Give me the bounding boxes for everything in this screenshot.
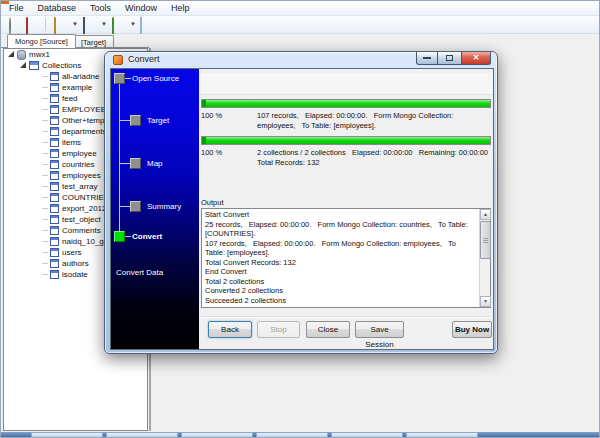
collection-table-icon [50, 138, 59, 147]
step-label-summary[interactable]: Summary [147, 202, 181, 211]
wizard-connector-line [120, 120, 130, 121]
tree-connector [42, 274, 48, 275]
taskbar-button[interactable] [331, 432, 403, 438]
collection-table-icon [50, 226, 59, 235]
tree-node-label: Collections [42, 60, 81, 71]
collection-table-icon [50, 94, 59, 103]
collections-folder-icon [29, 61, 39, 70]
button-separator [201, 316, 491, 318]
output-log-text: Start Convert 25 records, Elapsed: 00:00… [205, 210, 477, 306]
tree-connector [42, 142, 48, 143]
chevron-down-icon[interactable]: ▼ [130, 18, 136, 31]
taskbar-button[interactable] [406, 432, 478, 438]
step-marker-convert-active [114, 231, 125, 242]
collection-table-icon [50, 270, 59, 279]
buy-now-button[interactable]: Buy Now [452, 321, 492, 338]
menu-bar: File Database Tools Window Help [1, 1, 600, 16]
save-session-button[interactable]: Save Session [355, 321, 404, 338]
toolbar: ▼ ▼ ▼ [1, 16, 600, 34]
tree-leaf-label: employees [62, 170, 101, 181]
wizard-connector-line [119, 84, 120, 232]
tree-leaf-label: test_object [62, 214, 101, 225]
disconnect-icon[interactable] [24, 18, 38, 31]
close-icon[interactable]: ✕ [461, 52, 491, 65]
tree-leaf-label: isodate [62, 269, 88, 280]
maximize-button[interactable] [438, 52, 461, 65]
close-button[interactable]: Close [306, 321, 350, 338]
expander-icon[interactable] [20, 62, 26, 68]
collection-table-icon [50, 116, 59, 125]
scroll-up-icon[interactable]: ▲ [480, 209, 491, 220]
wizard-connector-line [120, 206, 130, 207]
connect-icon[interactable] [6, 18, 20, 31]
step-label-open-source[interactable]: Open Source [132, 74, 179, 83]
taskbar-button[interactable] [106, 432, 178, 438]
output-log[interactable]: Start Convert 25 records, Elapsed: 00:00… [201, 208, 491, 308]
tree-leaf-label: items [62, 137, 81, 148]
tree-connector [42, 98, 48, 99]
tree-leaf-label: Comments [62, 225, 101, 236]
tab-mongo-source[interactable]: Mongo [Source] [7, 34, 76, 48]
tree-leaf-label: all-ariadne [62, 71, 99, 82]
tree-connector [42, 164, 48, 165]
tree-leaf-label: authors [62, 258, 89, 269]
stop-button: Stop [257, 321, 300, 338]
menu-tools[interactable]: Tools [90, 3, 111, 13]
total-progress-text: 2 collections / 2 collections Elapsed: 0… [257, 148, 493, 167]
menu-database[interactable]: Database [38, 3, 77, 13]
tree-leaf-label: COUNTRIES [62, 192, 109, 203]
map-wizard-icon[interactable] [82, 18, 96, 31]
tree-connector [42, 230, 48, 231]
collection-table-icon [50, 204, 59, 213]
collection-table-icon [50, 182, 59, 191]
expander-icon[interactable] [8, 51, 14, 57]
step-label-target[interactable]: Target [147, 116, 169, 125]
collection-table-icon [50, 105, 59, 114]
minimize-button[interactable] [416, 52, 438, 65]
step-marker-target [130, 115, 141, 126]
menu-help[interactable]: Help [171, 3, 190, 13]
collection-table-icon [50, 160, 59, 169]
collection-table-icon [50, 259, 59, 268]
export-wizard-icon[interactable] [53, 18, 67, 31]
taskbar-button[interactable] [256, 432, 328, 438]
tree-connector [42, 120, 48, 121]
tree-leaf-label: naidq_10_gd [62, 236, 108, 247]
wizard-sidebar: Open Source Target Map Summary Convert C… [111, 69, 199, 349]
tree-leaf-label: employee [62, 148, 97, 159]
menu-file[interactable]: File [9, 3, 24, 13]
dialog-title-bar[interactable]: Convert ✕ [105, 52, 497, 68]
collection-table-icon [50, 149, 59, 158]
tree-connector [42, 252, 48, 253]
output-scrollbar[interactable]: ▲ ▼ [479, 209, 490, 307]
tree-connector [42, 197, 48, 198]
collection-table-icon [50, 237, 59, 246]
total-progress-bar [201, 136, 491, 145]
collection-table-icon [50, 83, 59, 92]
application-window: File Database Tools Window Help ▼ ▼ ▼ Mo… [0, 0, 600, 438]
step-label-map[interactable]: Map [147, 159, 163, 168]
menu-window[interactable]: Window [125, 3, 157, 13]
step-label-convert[interactable]: Convert [132, 232, 162, 241]
scroll-down-icon[interactable]: ▼ [480, 296, 491, 307]
chevron-down-icon[interactable]: ▼ [101, 18, 107, 31]
scrollbar-thumb[interactable] [480, 221, 491, 259]
tree-leaf-label: example [62, 82, 92, 93]
tree-leaf-label: test_array [62, 181, 98, 192]
back-button[interactable]: Back [208, 321, 252, 338]
chevron-down-icon[interactable]: ▼ [72, 18, 78, 31]
collection-table-icon [50, 72, 59, 81]
tree-connector [42, 186, 48, 187]
grid-view-icon[interactable] [140, 18, 154, 31]
collection-table-icon [50, 171, 59, 180]
step-marker-map [130, 158, 141, 169]
tree-leaf-label: countries [62, 159, 94, 170]
taskbar-button[interactable] [181, 432, 253, 438]
view-icon[interactable] [111, 18, 125, 31]
tree-connector [42, 208, 48, 209]
dialog-app-icon [113, 55, 123, 65]
wizard-connector-line [125, 236, 131, 237]
taskbar-button[interactable] [31, 432, 103, 438]
collection-table-icon [50, 193, 59, 202]
tree-leaf-label: feed [62, 93, 78, 104]
